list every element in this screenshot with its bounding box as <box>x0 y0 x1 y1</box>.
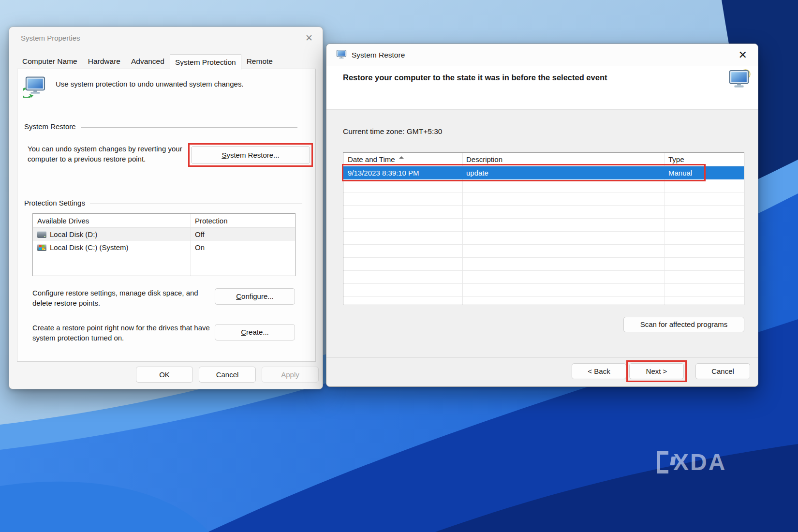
scan-affected-programs-button[interactable]: Scan for affected programs <box>623 317 744 332</box>
system-restore-button[interactable]: System Restore... <box>191 146 310 164</box>
timezone-label: Current time zone: GMT+5:30 <box>343 127 442 136</box>
sort-ascending-icon <box>399 156 404 159</box>
system-drive-icon <box>37 244 46 251</box>
protection-settings-group: Protection Settings <box>24 199 302 207</box>
configure-description: Configure restore settings, manage disk … <box>32 288 216 308</box>
xda-logo-text: XDA <box>673 449 726 475</box>
xda-bracket-icon <box>657 451 668 473</box>
ok-button[interactable]: OK <box>136 367 193 383</box>
header-protection[interactable]: Protection <box>191 217 228 225</box>
windows-logo-icon <box>39 245 44 250</box>
table-row[interactable]: Local Disk (D:) Off <box>33 228 295 241</box>
system-protection-tab-page: Use system protection to undo unwanted s… <box>17 69 316 362</box>
empty-grid-rows <box>343 179 744 305</box>
restore-computer-icon <box>727 69 751 93</box>
header-date-and-time[interactable]: Date and Time <box>343 155 462 163</box>
configure-button[interactable]: Configure... <box>215 288 295 305</box>
restore-description: You can undo system changes by reverting… <box>28 144 198 164</box>
tab-system-protection[interactable]: System Protection <box>170 54 241 70</box>
restore-points-table: Date and Time Description Type 9/13/2023… <box>343 152 744 305</box>
drive-icon <box>37 231 46 238</box>
cancel-button[interactable]: Cancel <box>695 363 750 379</box>
tab-advanced[interactable]: Advanced <box>126 55 170 69</box>
close-icon[interactable]: ✕ <box>739 50 747 60</box>
protection-status: Off <box>191 230 205 238</box>
protection-drives-table: Available Drives Protection Local Disk (… <box>32 213 296 276</box>
group-label: Protection Settings <box>24 199 85 207</box>
intro-text: Use system protection to undo unwanted s… <box>56 80 283 88</box>
header-type[interactable]: Type <box>665 155 744 163</box>
system-restore-group: System Restore <box>24 122 297 131</box>
tab-computer-name[interactable]: Computer Name <box>17 55 83 69</box>
system-restore-window: System Restore ✕ Restore your computer t… <box>326 44 758 387</box>
header-label: Date and Time <box>348 155 395 163</box>
restore-point-type: Manual <box>665 169 744 177</box>
tab-hardware[interactable]: Hardware <box>83 55 126 69</box>
restore-point-date: 9/13/2023 8:39:10 PM <box>343 169 462 177</box>
back-button[interactable]: < Back <box>572 363 626 379</box>
next-button[interactable]: Next > <box>629 363 684 379</box>
table-row[interactable]: Local Disk (C:) (System) On <box>33 241 295 254</box>
xda-watermark: XDA <box>657 449 726 475</box>
group-divider <box>81 127 297 128</box>
wizard-body: Current time zone: GMT+5:30 Date and Tim… <box>326 110 758 386</box>
drive-name: Local Disk (C:) (System) <box>50 243 129 251</box>
system-properties-window: System Properties ✕ Computer Name Hardwa… <box>9 27 323 389</box>
create-button[interactable]: Create... <box>215 324 295 340</box>
system-protection-icon <box>23 76 46 99</box>
group-label: System Restore <box>24 122 76 131</box>
system-properties-titlebar[interactable]: System Properties ✕ <box>9 27 323 48</box>
wizard-header: Restore your computer to the state it wa… <box>326 66 758 110</box>
table-header-row: Available Drives Protection <box>33 214 295 228</box>
cancel-button[interactable]: Cancel <box>199 367 256 383</box>
footer-divider <box>326 357 758 358</box>
protection-status: On <box>191 243 205 251</box>
wizard-header-text: Restore your computer to the state it wa… <box>343 73 672 82</box>
close-icon[interactable]: ✕ <box>305 33 313 43</box>
restore-point-description: update <box>462 169 665 177</box>
table-header-row: Date and Time Description Type <box>343 153 744 166</box>
desktop: XDA System Properties ✕ Computer Name Ha… <box>0 0 798 532</box>
apply-button: Apply <box>262 367 319 383</box>
header-description[interactable]: Description <box>462 155 665 163</box>
group-divider <box>90 204 302 204</box>
system-restore-titlebar[interactable]: System Restore ✕ <box>326 44 758 66</box>
header-available-drives[interactable]: Available Drives <box>33 217 191 225</box>
create-description: Create a restore point right now for the… <box>32 323 224 343</box>
system-restore-app-icon <box>336 50 347 60</box>
restore-point-row-selected[interactable]: 9/13/2023 8:39:10 PM update Manual <box>343 166 744 179</box>
column-divider <box>191 214 191 276</box>
window-title: System Properties <box>21 34 80 42</box>
drive-name: Local Disk (D:) <box>50 230 97 238</box>
tab-remote[interactable]: Remote <box>241 55 278 69</box>
window-title: System Restore <box>352 51 405 59</box>
tab-strip: Computer Name Hardware Advanced System P… <box>17 54 278 69</box>
